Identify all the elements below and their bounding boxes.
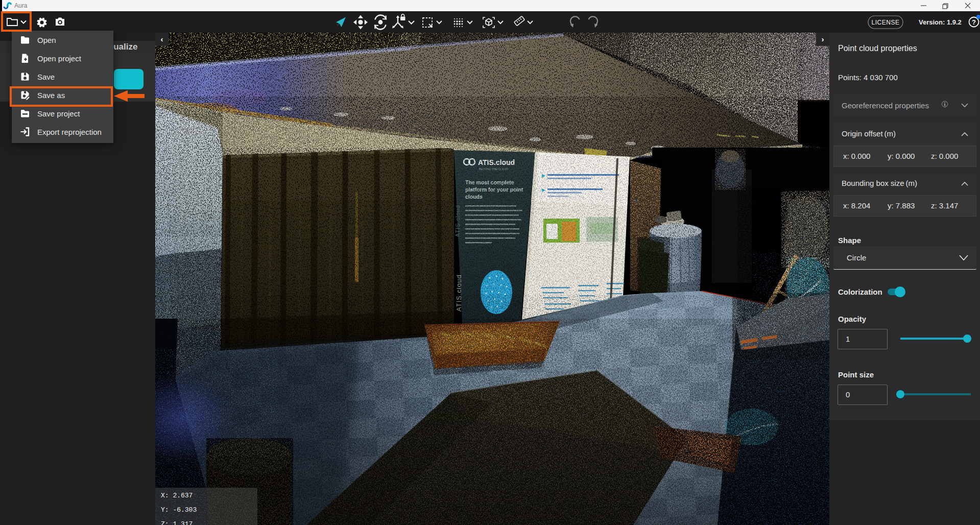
svg-text:?: ? (972, 18, 976, 26)
svg-text:Version: 1.9.2: Version: 1.9.2 (919, 18, 962, 26)
svg-text:LICENSE: LICENSE (872, 19, 900, 26)
